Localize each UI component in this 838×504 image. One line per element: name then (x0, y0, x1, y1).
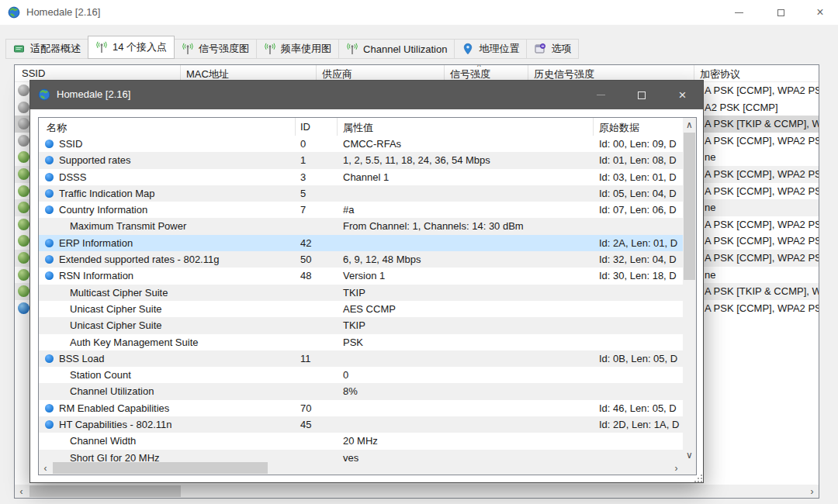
dialog-maximize-button[interactable] (624, 81, 659, 109)
tab-adapter-overview[interactable]: 适配器概述 (5, 39, 88, 59)
detail-row[interactable]: Maximum Transmit PowerFrom Channel: 1, C… (39, 218, 683, 234)
encryption-cell: A PSK [CCMP], WPA2 PS (705, 135, 819, 147)
detail-row[interactable]: Supported rates11, 2, 5.5, 11, 18, 24, 3… (39, 152, 683, 168)
map-pin-icon (462, 43, 474, 55)
attribute-bullet-icon (45, 140, 54, 148)
column-divider[interactable] (593, 118, 594, 136)
detail-row[interactable]: Country Information7#aId: 07, Len: 06, D (39, 202, 683, 218)
dialog-titlebar: Homedale [2.16] × (30, 81, 703, 109)
close-button[interactable]: × (802, 0, 838, 25)
attribute-bullet-icon (45, 189, 54, 198)
detail-row-selected[interactable]: ERP Information42Id: 2A, Len: 01, D (39, 235, 683, 251)
detail-row[interactable]: Extended supported rates - 802.11g506, 9… (39, 251, 683, 268)
tab-signal-graph[interactable]: 信号强度图 (174, 39, 257, 59)
column-divider[interactable] (337, 118, 338, 136)
adapter-icon (13, 43, 26, 55)
encryption-cell: A PSK [CCMP], WPA2 PS (705, 235, 819, 247)
column-header-raw[interactable]: 原始数据 (599, 121, 639, 135)
scroll-down-icon[interactable]: ∨ (683, 448, 696, 461)
tab-channel-utilization[interactable]: Channel Utilization (338, 39, 455, 59)
maximize-icon (777, 9, 784, 16)
tab-label: 信号强度图 (199, 42, 249, 56)
attribute-bullet-icon (45, 239, 54, 247)
window-title: Homedale [2.16] (26, 6, 100, 18)
scrollbar-thumb[interactable] (53, 462, 268, 474)
encryption-cell: A2 PSK [CCMP] (705, 102, 778, 113)
minimize-button[interactable] (721, 0, 757, 25)
detail-row[interactable]: HT Capabilities - 802.11n45Id: 2D, Len: … (39, 416, 683, 433)
scrollbar-thumb[interactable] (684, 133, 695, 280)
detail-row[interactable]: RM Enabled Capabilities70Id: 46, Len: 05… (39, 400, 683, 416)
detail-row[interactable]: Unicast Cipher SuiteAES CCMP (39, 301, 683, 317)
encryption-cell: A PSK [TKIP & CCMP], W (705, 285, 819, 297)
scroll-right-icon[interactable]: › (670, 461, 683, 475)
column-header-encryption[interactable]: 加密协议 (700, 67, 740, 81)
tab-options[interactable]: 选项 (526, 39, 579, 59)
ie-attribute-list: 名称 ID 属性值 原始数据 SSID0CMCC-RFAsId: 00, Len… (38, 117, 697, 475)
detail-row[interactable]: BSS Load11Id: 0B, Len: 05, D (39, 350, 683, 367)
ap-status-icon (18, 102, 29, 113)
tab-strip: 适配器概述 14 个接入点 信号强度图 频率使用图 Channel Utiliz… (0, 25, 838, 64)
tab-label: 适配器概述 (30, 42, 81, 56)
tab-label: 选项 (551, 42, 571, 56)
encryption-cell: A PSK [CCMP], WPA2 PS (705, 185, 819, 197)
column-header-value[interactable]: 属性值 (343, 121, 373, 135)
detail-rows: SSID0CMCC-RFAsId: 00, Len: 09, D Support… (39, 136, 683, 461)
column-divider[interactable] (295, 118, 296, 136)
antenna-icon (346, 43, 358, 55)
tab-label: Channel Utilization (363, 43, 447, 55)
tab-frequency-usage[interactable]: 频率使用图 (256, 39, 339, 59)
detail-row[interactable]: RSN Information48Version 1Id: 30, Len: 1… (39, 268, 683, 284)
detail-row[interactable]: Channel Width20 MHz (39, 433, 683, 449)
tab-label: 地理位置 (479, 42, 519, 56)
close-icon: × (816, 6, 823, 19)
main-titlebar: Homedale [2.16] × (0, 0, 838, 25)
homedale-globe-icon (8, 6, 20, 21)
encryption-cell: A PSK [CCMP], WPA2 PS (705, 219, 819, 230)
resize-grip-icon[interactable] (698, 478, 699, 479)
detail-row[interactable]: Station Count0 (39, 367, 683, 383)
ap-status-icon (18, 269, 29, 281)
ap-status-icon (18, 235, 29, 247)
antenna-icon (95, 41, 108, 54)
detail-row[interactable]: Multicast Cipher SuiteTKIP (39, 285, 683, 301)
ap-status-icon (18, 252, 29, 264)
detail-row[interactable]: Traffic Indication Map5Id: 05, Len: 04, … (39, 185, 683, 202)
detail-row[interactable]: Channel Utilization8% (39, 383, 683, 399)
detail-row[interactable]: Auth Key Management SuitePSK (39, 334, 683, 350)
scroll-right-icon[interactable]: › (805, 485, 819, 498)
column-header-id[interactable]: ID (300, 121, 310, 133)
encryption-cell: A PSK [CCMP], WPA2 PS (705, 252, 819, 264)
ap-status-icon (18, 202, 29, 213)
detail-horizontal-scrollbar[interactable]: ‹ › (39, 461, 683, 475)
scroll-left-icon[interactable]: ‹ (15, 485, 28, 498)
ap-status-icon (18, 219, 29, 230)
sort-ascending-icon: ^ (477, 64, 481, 71)
dialog-close-button[interactable]: × (665, 81, 700, 109)
scrollbar-thumb[interactable] (29, 485, 181, 497)
ap-status-icon (18, 302, 29, 314)
detail-row[interactable]: Unicast Cipher SuiteTKIP (39, 317, 683, 333)
dialog-minimize-button[interactable] (583, 81, 618, 109)
detail-vertical-scrollbar[interactable]: ∧ ∨ (683, 118, 696, 461)
attribute-bullet-icon (45, 255, 54, 264)
maximize-button[interactable] (763, 0, 798, 25)
homedale-app: Homedale [2.16] × 适配器概述 14 个接入点 信号强度图 频率… (0, 0, 838, 504)
encryption-cell: ne (705, 269, 715, 281)
encryption-cell: ne (705, 202, 715, 213)
main-horizontal-scrollbar[interactable]: ‹ › (15, 485, 819, 498)
encryption-cell: ne (705, 151, 715, 163)
detail-row[interactable]: SSID0CMCC-RFAsId: 00, Len: 09, D (39, 136, 683, 152)
ap-status-icon (18, 151, 29, 163)
detail-row[interactable]: DSSS3Channel 1Id: 03, Len: 01, D (39, 169, 683, 185)
scroll-up-icon[interactable]: ∧ (683, 118, 696, 131)
detail-row[interactable]: Short GI for 20 MHzyes (39, 450, 683, 461)
tab-geolocation[interactable]: 地理位置 (454, 39, 527, 59)
ap-status-icon (18, 285, 29, 297)
tab-access-points[interactable]: 14 个接入点 (88, 36, 175, 59)
column-header-ssid[interactable]: SSID (22, 67, 45, 79)
column-header-name[interactable]: 名称 (47, 121, 67, 135)
dialog-title: Homedale [2.16] (57, 88, 130, 100)
antenna-icon (264, 43, 276, 55)
scroll-left-icon[interactable]: ‹ (39, 461, 52, 475)
